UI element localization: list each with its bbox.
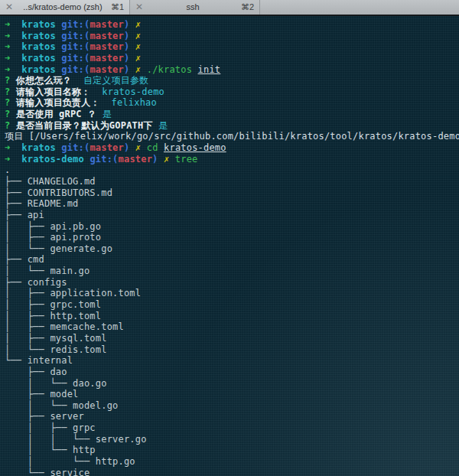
terminal-text-segment: kratos [21,142,56,153]
terminal-text-segment: ) [152,154,158,165]
terminal-text-segment: 请输入项目名称： [10,86,90,97]
terminal-text-segment [10,142,21,153]
terminal-text-segment: master [90,41,124,52]
terminal-text-segment [141,142,146,153]
terminal-text-segment: . [5,165,10,175]
terminal-text-segment: │ ├── grpc.toml [5,299,101,310]
tree-line: │ └── generate.go [5,243,459,255]
terminal-text-segment: ├── CONTRIBUTORS.md [5,187,112,198]
terminal-text-segment [129,41,135,52]
terminal-text-segment: │ └── http [5,445,96,455]
terminal-text-segment [10,154,21,165]
terminal-text-segment: master [90,64,124,75]
prompt-line: ➜ kratos git:(master) ✗ [5,41,459,53]
terminal-text-segment: │ └── redis.toml [5,344,107,355]
tree-line: │ │ └── server.go [5,434,459,445]
question-line: ? 是否使用 gRPC ？ 是 [5,109,459,120]
terminal-text-segment: ✗ [135,31,141,41]
terminal-text-segment: master [119,154,153,165]
terminal-text-segment: └── internal [5,355,73,366]
terminal-text-segment: ├── api [5,210,44,220]
terminal-text-segment [141,64,146,75]
terminal-text-segment: ./kratos [147,64,192,75]
terminal-text-segment: git:( [61,41,90,52]
tree-line: │ ├── grpc [5,422,459,434]
close-icon[interactable]: ✕ [135,0,145,15]
tree-line: │ ├── application.toml [5,288,459,299]
terminal-text-segment: │ ├── http.toml [5,311,101,321]
prompt-command-line: ➜ kratos git:(master) ✗ ./kratos init [5,64,459,76]
terminal-text-segment [158,142,164,153]
terminal-text-segment: master [90,142,124,153]
terminal-text-segment: 是否当前目录？默认为GOPATH下 [10,120,152,131]
tree-line: │ ├── memcache.toml [5,321,459,333]
question-line: ? 是否当前目录？默认为GOPATH下 是 [5,120,459,132]
terminal-text-segment: 是 [153,120,168,131]
terminal-text-segment [129,142,135,153]
terminal-text-segment: ├── model [5,389,79,399]
question-line: ? 请输入项目负责人： felixhao [5,97,459,109]
terminal-text-segment: ✗ [135,53,141,64]
tree-line: │ ├── http.toml [5,311,459,322]
tree-line: │ └── dao.go [5,378,459,390]
terminal-text-segment: master [90,31,124,41]
terminal-text-segment [10,53,21,64]
terminal-text-segment: │ └── model.go [5,400,119,411]
terminal-text-segment: init [198,64,221,75]
terminal-text-segment: ✗ [135,19,141,30]
tree-line: │ └── http [5,445,459,456]
terminal-text-segment [129,64,135,75]
terminal-text-segment: ├── server [5,411,84,422]
tree-line: │ └── main.go [5,266,459,277]
terminal-text-segment: │ ├── api.pb.go [5,221,101,232]
close-icon[interactable]: ✕ [5,0,15,15]
terminal-output: ➜ kratos git:(master) ✗➜ kratos git:(mas… [0,16,459,476]
terminal-text-segment: kratos-demo [90,86,164,97]
tree-line: . [5,165,459,176]
terminal-text-segment: 你想怎么玩？ [10,75,72,86]
terminal-text-segment: │ └── generate.go [5,243,112,254]
terminal-text-segment: ├── README.md [5,198,79,209]
prompt-command-line: ➜ kratos git:(master) ✗ cd kratos-demo [5,142,459,154]
terminal-text-segment: git:( [61,64,90,75]
tree-line: ├── model [5,389,459,400]
terminal-text-segment: git:( [90,154,118,165]
terminal-text-segment: │ └── http.go [5,456,135,467]
tree-line: ├── server [5,411,459,422]
tab-shortcut: ⌘1 [111,0,124,15]
terminal-tab[interactable]: ✕ ..s/kratos-demo (zsh) ⌘1 [0,0,130,15]
terminal-text-segment: master [90,19,124,30]
terminal-text-segment: cd [147,142,158,153]
terminal-text-segment [10,64,21,75]
terminal-text-segment [192,64,197,75]
terminal-text-segment: 是否使用 gRPC ？ [10,109,96,119]
terminal-text-segment: kratos-demo [164,142,226,153]
terminal-screen[interactable]: ➜ kratos git:(master) ✗➜ kratos git:(mas… [0,16,459,476]
tab-bar: ✕ ..s/kratos-demo (zsh) ⌘1 ✕ ssh ⌘2 [0,0,459,16]
terminal-text-segment [129,31,135,41]
terminal-text-segment: 请输入项目负责人： [10,97,99,108]
tree-line: ├── CHANGELOG.md [5,176,459,187]
terminal-text-segment [10,19,21,30]
prompt-line: ➜ kratos git:(master) ✗ [5,53,459,64]
tree-line: │ ├── api.pb.go [5,221,459,233]
terminal-tab[interactable]: ✕ ssh ⌘2 [130,0,260,15]
terminal-text-segment: master [90,53,124,64]
tree-line: │ └── model.go [5,400,459,412]
terminal-text-segment [10,41,21,52]
terminal-text-segment [129,53,135,64]
terminal-text-segment: └── service [5,468,90,476]
tree-line: ├── README.md [5,198,459,210]
question-line: ? 请输入项目名称： kratos-demo [5,86,459,98]
terminal-text-segment: │ ├── api.proto [5,232,101,243]
tab-title: ..s/kratos-demo (zsh) [18,0,108,15]
tree-line: └── service [5,468,459,476]
tree-line: │ ├── api.proto [5,232,459,243]
tree-line: ├── configs [5,277,459,289]
terminal-text-segment: │ └── dao.go [5,378,107,389]
tree-line: │ ├── mysql.toml [5,333,459,344]
terminal-text-segment: 项目 [/Users/felix/work/go/src/github.com/… [5,131,459,142]
prompt-command-line: ➜ kratos-demo git:(master) ✗ tree [5,154,459,165]
tree-line: │ ├── grpc.toml [5,299,459,311]
terminal-text-segment: git:( [61,53,90,64]
